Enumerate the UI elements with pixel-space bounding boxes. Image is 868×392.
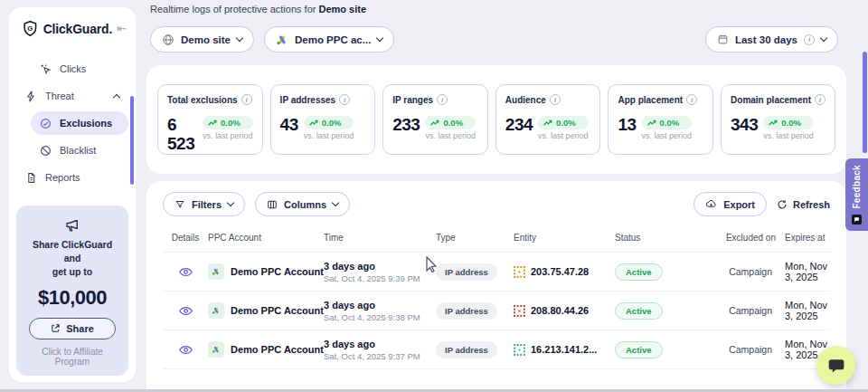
date-range-dropdown[interactable]: Last 30 days i	[705, 26, 838, 53]
ppc-account-cell: Demo PPC Account	[208, 341, 324, 358]
sidebar-item-label: Threat	[45, 91, 74, 101]
page-title-prefix: Realtime logs of protective actions for	[150, 4, 318, 14]
column-header-details[interactable]: Details	[163, 233, 208, 243]
export-button[interactable]: Export	[693, 192, 767, 216]
time-relative: 3 days ago	[324, 300, 436, 311]
date-range-label: Last 30 days	[735, 34, 797, 45]
sidebar-item-reports[interactable]: Reports	[16, 166, 128, 189]
stat-card: Audience i 234 0.0% vs. last period	[495, 84, 601, 155]
column-header-status[interactable]: Status	[615, 233, 709, 243]
export-button-label: Export	[723, 199, 755, 210]
column-header-excluded-on[interactable]: Excluded on	[709, 233, 776, 243]
site-filter-dropdown[interactable]: Demo site	[150, 26, 254, 53]
stat-card: App placement i 13 0.0% vs. last period	[608, 84, 713, 155]
type-badge: IP address	[436, 263, 497, 281]
stat-caption: vs. last period	[203, 131, 253, 140]
stat-title: Total exclusions	[167, 95, 238, 105]
page-scrollbar[interactable]	[863, 52, 867, 153]
time-absolute: Sat, Oct 4, 2025 9:38 PM	[324, 312, 436, 322]
table-toolbar: Filters Columns Export Refresh	[163, 192, 830, 216]
time-cell: 3 days ago Sat, Oct 4, 2025 9:37 PM	[324, 339, 436, 361]
sidebar-item-blacklist[interactable]: Blacklist	[31, 139, 128, 162]
ppc-filter-label: Demo PPC ac...	[295, 34, 371, 45]
promo-text-line2: get up to	[24, 265, 121, 279]
column-header-ppc-account[interactable]: PPC Account	[208, 233, 324, 243]
column-header-type[interactable]: Type	[436, 233, 514, 243]
stat-change: 0.0%	[781, 118, 801, 128]
columns-button[interactable]: Columns	[255, 192, 350, 216]
column-header-expires-at[interactable]: Expires at	[776, 233, 830, 243]
column-header-entity[interactable]: Entity	[514, 233, 615, 243]
promo-text-line1: Share ClickGuard and	[24, 238, 121, 265]
collapse-sidebar-icon[interactable]: ⇤	[117, 22, 127, 35]
info-icon: i	[804, 34, 815, 45]
time-cell: 3 days ago Sat, Oct 4, 2025 9:39 PM	[324, 261, 436, 283]
info-icon[interactable]: i	[550, 94, 561, 105]
ppc-account-filter-dropdown[interactable]: Demo PPC ac...	[264, 26, 394, 53]
info-icon[interactable]: i	[437, 94, 448, 105]
sidebar-item-exclusions[interactable]: Exclusions	[31, 111, 128, 135]
sidebar-item-clicks[interactable]: Clicks	[31, 57, 128, 81]
trend-up-icon	[430, 119, 440, 127]
info-icon[interactable]: i	[241, 94, 252, 105]
info-icon[interactable]: i	[686, 94, 697, 105]
chevron-down-icon	[236, 34, 243, 42]
expires-at-cell: Mon, Nov 3, 2025	[776, 300, 830, 321]
trend-up-icon	[309, 119, 319, 127]
entity-cell: 16.213.141.2...	[514, 344, 615, 356]
column-header-time[interactable]: Time	[324, 233, 436, 243]
view-details-eye-icon[interactable]	[178, 342, 193, 358]
table-row[interactable]: Demo PPC Account 3 days ago Sat, Oct 4, …	[163, 330, 830, 369]
filters-button[interactable]: Filters	[163, 192, 245, 216]
stat-value: 234	[505, 116, 533, 135]
ppc-account-name: Demo PPC Account	[231, 266, 324, 277]
stat-caption: vs. last period	[642, 131, 693, 140]
stat-title: Audience	[505, 95, 546, 105]
stat-caption: vs. last period	[538, 131, 589, 140]
entity-identicon	[514, 305, 525, 317]
view-details-eye-icon[interactable]	[178, 303, 193, 319]
excluded-on-cell: Campaign	[709, 266, 776, 277]
stats-panel: Total exclusions i 6 523 0.0% vs. last p…	[146, 65, 846, 174]
entity-value: 16.213.141.2...	[531, 344, 597, 355]
type-badge: IP address	[436, 302, 497, 320]
refresh-button[interactable]: Refresh	[777, 199, 830, 210]
entity-value: 203.75.47.28	[531, 266, 589, 277]
sidebar-scrollbar[interactable]	[130, 96, 134, 185]
feedback-tab[interactable]: Feedback	[845, 158, 868, 231]
share-button[interactable]: Share	[29, 318, 116, 339]
entity-cell: 208.80.44.26	[514, 305, 615, 317]
document-icon	[25, 172, 37, 184]
chat-bubble-icon	[827, 357, 845, 375]
chat-launcher-button[interactable]	[816, 346, 855, 385]
info-icon[interactable]: i	[339, 94, 350, 105]
entity-identicon	[514, 266, 525, 278]
stat-caption: vs. last period	[304, 131, 354, 140]
trend-up-icon	[769, 119, 778, 127]
site-filter-label: Demo site	[181, 34, 231, 45]
filters-button-label: Filters	[192, 199, 222, 210]
table-header-row: Details PPC Account Time Type Entity Sta…	[163, 233, 830, 253]
feedback-label: Feedback	[852, 165, 862, 209]
columns-button-label: Columns	[284, 199, 326, 210]
table-row[interactable]: Demo PPC Account 3 days ago Sat, Oct 4, …	[163, 292, 830, 330]
logo-text: ClickGuard.	[43, 22, 112, 36]
view-details-eye-icon[interactable]	[178, 264, 193, 280]
expires-at-cell: Mon, Nov 3, 2025	[776, 261, 830, 282]
stat-card: IP addresses i 43 0.0% vs. last period	[270, 84, 376, 155]
sidebar-item-threat[interactable]: Threat	[16, 84, 128, 108]
trend-badge: 0.0%	[642, 116, 693, 129]
status-badge: Active	[615, 302, 663, 320]
svg-text:G: G	[27, 24, 33, 33]
ban-icon	[40, 145, 52, 157]
sidebar-item-label: Blacklist	[60, 145, 96, 156]
info-icon[interactable]: i	[815, 94, 826, 105]
excluded-on-cell: Campaign	[709, 344, 776, 355]
trend-badge: 0.0%	[304, 116, 354, 129]
sidebar-item-label: Clicks	[60, 63, 86, 74]
table-row[interactable]: Demo PPC Account 3 days ago Sat, Oct 4, …	[163, 253, 830, 292]
time-relative: 3 days ago	[324, 261, 436, 272]
ppc-account-name: Demo PPC Account	[231, 344, 324, 355]
calendar-icon	[717, 33, 729, 45]
export-cloud-icon	[705, 198, 717, 210]
